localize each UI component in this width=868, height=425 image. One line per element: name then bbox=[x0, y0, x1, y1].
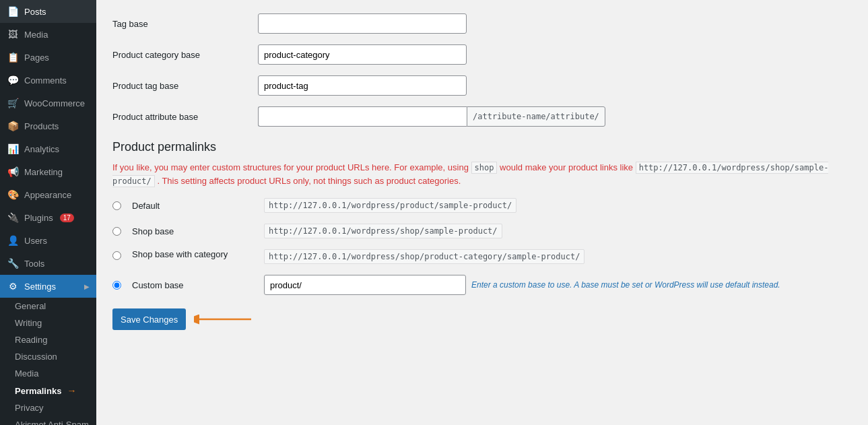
sidebar-item-tools[interactable]: 🔧 Tools bbox=[0, 252, 96, 275]
info-text-middle: would make your product links like bbox=[500, 162, 633, 172]
sidebar-item-label: Marketing bbox=[24, 167, 63, 177]
product-category-base-label: Product category base bbox=[112, 50, 247, 60]
product-tag-base-row: Product tag base bbox=[112, 75, 852, 96]
submenu-permalinks[interactable]: Permalinks → bbox=[0, 382, 96, 399]
sidebar-item-settings[interactable]: ⚙ Settings ▶ bbox=[0, 275, 96, 298]
product-permalinks-heading: Product permalinks bbox=[112, 140, 852, 154]
radio-shop-base-category: Shop base with category http://127.0.0.1… bbox=[112, 249, 852, 264]
comments-icon: 💬 bbox=[7, 74, 19, 86]
sidebar: 📄 Posts 🖼 Media 📋 Pages 💬 Comments 🛒 Woo… bbox=[0, 0, 96, 425]
sidebar-item-label: Media bbox=[24, 30, 48, 40]
custom-base-field-row: Enter a custom base to use. A base must … bbox=[264, 275, 780, 295]
products-icon: 📦 bbox=[7, 120, 19, 132]
submenu-discussion[interactable]: Discussion bbox=[0, 348, 96, 365]
woocommerce-icon: 🛒 bbox=[7, 97, 19, 109]
product-tag-base-input[interactable] bbox=[258, 75, 467, 96]
radio-shop-base: Shop base http://127.0.0.1/wordpress/sho… bbox=[112, 224, 852, 238]
sidebar-item-comments[interactable]: 💬 Comments bbox=[0, 69, 96, 92]
analytics-icon: 📊 bbox=[7, 143, 19, 155]
sidebar-item-label: WooCommerce bbox=[24, 98, 85, 108]
sidebar-item-label: Analytics bbox=[24, 144, 59, 154]
permalinks-label: Permalinks bbox=[15, 386, 61, 396]
sidebar-item-appearance[interactable]: 🎨 Appearance bbox=[0, 183, 96, 206]
sidebar-item-label: Posts bbox=[24, 7, 46, 17]
submenu-privacy[interactable]: Privacy bbox=[0, 399, 96, 416]
pages-icon: 📋 bbox=[7, 51, 19, 63]
submenu-writing[interactable]: Writing bbox=[0, 315, 96, 331]
sidebar-item-users[interactable]: 👤 Users bbox=[0, 229, 96, 252]
sidebar-item-analytics[interactable]: 📊 Analytics bbox=[0, 137, 96, 160]
product-tag-base-label: Product tag base bbox=[112, 81, 247, 91]
posts-icon: 📄 bbox=[7, 5, 19, 18]
media-icon: 🖼 bbox=[7, 28, 19, 40]
sidebar-item-pages[interactable]: 📋 Pages bbox=[0, 46, 96, 69]
plugins-icon: 🔌 bbox=[7, 211, 19, 224]
custom-base-input[interactable] bbox=[264, 275, 466, 295]
sidebar-item-label: Appearance bbox=[24, 190, 71, 200]
settings-submenu: General Writing Reading Discussion Media… bbox=[0, 298, 96, 425]
submenu-akismet[interactable]: Akismet Anti-Spam bbox=[0, 416, 96, 425]
sidebar-item-label: Pages bbox=[24, 53, 49, 63]
product-attribute-base-suffix: /attribute-name/attribute/ bbox=[467, 106, 605, 127]
sidebar-item-plugins[interactable]: 🔌 Plugins 17 bbox=[0, 206, 96, 229]
sidebar-item-label: Users bbox=[24, 236, 47, 246]
submenu-media[interactable]: Media bbox=[0, 365, 96, 382]
sidebar-item-label: Settings bbox=[24, 282, 56, 292]
sidebar-item-woocommerce[interactable]: 🛒 WooCommerce bbox=[0, 92, 96, 115]
radio-custom-base: Custom base Enter a custom base to use. … bbox=[112, 275, 852, 295]
tag-base-row: Tag base bbox=[112, 13, 852, 34]
radio-shop-base-url: http://127.0.0.1/wordpress/shop/sample-p… bbox=[264, 224, 502, 238]
radio-shop-base-category-url: http://127.0.0.1/wordpress/shop/product-… bbox=[264, 249, 585, 264]
plugins-badge: 17 bbox=[60, 214, 74, 222]
radio-default: Default http://127.0.0.1/wordpress/produ… bbox=[112, 198, 852, 213]
radio-custom-base-label[interactable]: Custom base bbox=[132, 280, 253, 290]
info-code: shop bbox=[471, 162, 498, 174]
submenu-reading[interactable]: Reading bbox=[0, 331, 96, 348]
product-attribute-base-input[interactable] bbox=[258, 106, 467, 127]
sidebar-item-label: Plugins bbox=[24, 213, 53, 223]
submenu-general[interactable]: General bbox=[0, 298, 96, 315]
info-text-prefix: If you like, you may enter custom struct… bbox=[112, 162, 469, 172]
radio-default-url: http://127.0.0.1/wordpress/product/sampl… bbox=[264, 198, 516, 213]
permalinks-arrow-icon: → bbox=[67, 385, 76, 396]
product-attribute-base-field-group: /attribute-name/attribute/ bbox=[258, 106, 605, 127]
appearance-icon: 🎨 bbox=[7, 189, 19, 201]
users-icon: 👤 bbox=[7, 234, 19, 247]
settings-arrow-icon: ▶ bbox=[84, 283, 90, 290]
tag-base-input[interactable] bbox=[258, 13, 467, 34]
radio-default-input[interactable] bbox=[112, 201, 121, 210]
sidebar-item-marketing[interactable]: 📢 Marketing bbox=[0, 160, 96, 183]
tools-icon: 🔧 bbox=[7, 257, 19, 269]
sidebar-item-posts[interactable]: 📄 Posts bbox=[0, 0, 96, 23]
save-changes-button[interactable]: Save Changes bbox=[112, 308, 186, 330]
sidebar-item-label: Comments bbox=[24, 75, 67, 86]
sidebar-item-label: Tools bbox=[24, 259, 44, 269]
sidebar-item-label: Products bbox=[24, 121, 59, 131]
radio-shop-base-input[interactable] bbox=[112, 227, 121, 236]
radio-shop-base-category-label[interactable]: Shop base with category bbox=[132, 249, 253, 259]
save-section: Save Changes bbox=[112, 308, 852, 330]
sidebar-item-media[interactable]: 🖼 Media bbox=[0, 23, 96, 46]
tag-base-label: Tag base bbox=[112, 19, 247, 29]
product-category-base-input[interactable] bbox=[258, 44, 467, 65]
product-attribute-base-row: Product attribute base /attribute-name/a… bbox=[112, 106, 852, 127]
info-text-suffix: . This setting affects product URLs only… bbox=[157, 176, 461, 186]
radio-custom-base-input[interactable] bbox=[112, 281, 121, 290]
settings-icon: ⚙ bbox=[7, 280, 19, 292]
custom-base-hint: Enter a custom base to use. A base must … bbox=[471, 280, 780, 290]
product-category-base-row: Product category base bbox=[112, 44, 852, 65]
save-arrow-annotation bbox=[194, 309, 255, 329]
radio-shop-base-label[interactable]: Shop base bbox=[132, 226, 253, 236]
product-permalinks-info: If you like, you may enter custom struct… bbox=[112, 161, 852, 187]
main-content: Tag base Product category base Product t… bbox=[96, 0, 868, 425]
marketing-icon: 📢 bbox=[7, 166, 19, 178]
sidebar-item-products[interactable]: 📦 Products bbox=[0, 115, 96, 137]
radio-default-label[interactable]: Default bbox=[132, 201, 253, 211]
product-attribute-base-label: Product attribute base bbox=[112, 112, 247, 122]
radio-shop-base-category-input[interactable] bbox=[112, 251, 121, 260]
